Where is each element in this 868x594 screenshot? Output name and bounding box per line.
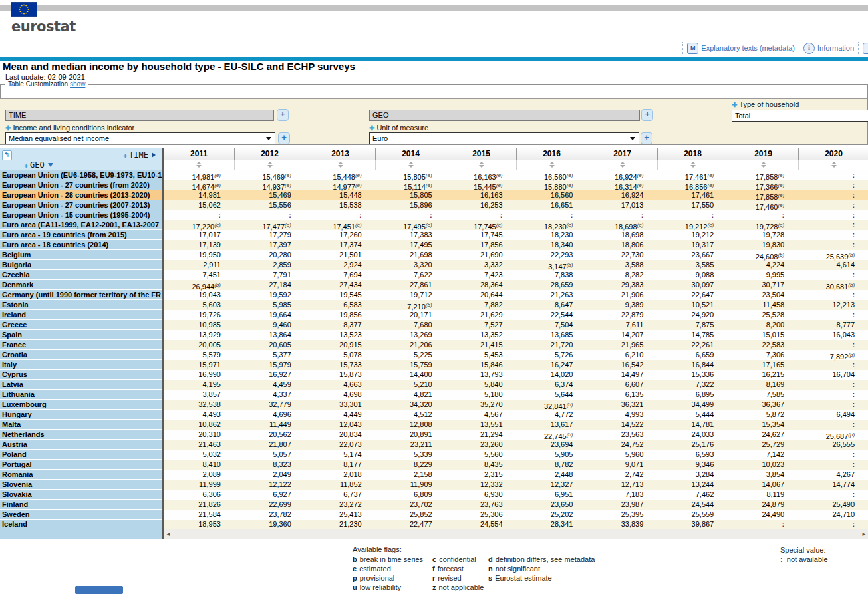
not-available-symbol: : [852,291,855,299]
cell-value: 11,458 [762,301,784,309]
table-cell: 5,726 [516,350,587,360]
table-row: 8,4108,3238,1778,2298,4358,7829,0719,346… [164,460,868,470]
table-cell: 16,560 [516,190,587,200]
sort-up-icon[interactable] [338,162,343,164]
sort-down-icon[interactable] [620,165,625,168]
sort-up-icon[interactable] [831,162,837,164]
table-cell: 17,858(e) [727,190,797,200]
table-cell: 18,698(e) [586,220,656,230]
sort-control[interactable] [657,160,728,170]
cell-value: 15,015 [762,331,785,339]
sort-down-icon[interactable] [831,165,837,168]
flag-annotation: (e) [707,172,714,178]
show-link[interactable]: show [70,80,85,88]
cell-value: 15,469 [269,191,291,199]
table-cell: 8,282 [586,270,656,280]
move-icon[interactable]: ✚ [369,124,374,132]
cell-value: 8,282 [625,271,644,279]
table-cell: : [797,460,868,470]
table-row: 4,4934,6964,4494,5124,5674,7724,9935,444… [164,410,868,420]
geo-axis-header[interactable]: ✚GEO [24,160,53,170]
scroll-left-icon[interactable]: ◄ [166,531,171,537]
unit-add-button[interactable]: + [641,132,652,144]
sort-control[interactable] [164,160,234,170]
sort-control[interactable] [728,160,798,170]
sort-control[interactable] [798,160,868,170]
move-icon[interactable]: ✚ [732,101,737,108]
cell-value: 16,844 [692,361,714,369]
sort-control[interactable] [234,160,305,170]
table-cell: 2,924 [305,260,375,270]
cell-value: 13,685 [551,331,573,339]
sort-up-icon[interactable] [549,162,555,164]
table-cell: 8,777 [797,320,868,330]
indicator-select[interactable]: Median equivalised net income [5,132,275,144]
year-header-row: 2011201220132014201520162017201820192020 [164,148,868,160]
sort-up-icon[interactable] [690,162,696,164]
table-cell: 14,981(e) [164,170,234,180]
sort-control[interactable] [446,160,516,170]
move-icon[interactable]: ✚ [5,124,11,132]
time-axis-header[interactable]: ✚TIME [123,150,156,160]
cell-value: 21,263 [551,291,573,299]
table-cell: 15,971 [164,360,234,370]
cell-value: 17,374 [339,241,362,249]
explanatory-texts-link[interactable]: M Explanatory texts (metadata) [687,43,795,54]
time-dimension-chip[interactable]: TIME [5,110,274,121]
sort-up-icon[interactable] [196,162,202,164]
sort-down-icon[interactable] [549,165,555,168]
sort-control[interactable] [375,160,446,170]
table-cell: 9,460 [234,320,305,330]
table-cell: 20,605 [234,340,305,350]
sort-up-icon[interactable] [408,162,414,164]
sort-control[interactable] [587,160,657,170]
flag-annotation: (e) [778,182,784,188]
table-cell: 6,737 [305,490,375,500]
sort-down-icon[interactable] [761,165,766,168]
sort-down-icon[interactable] [267,165,273,168]
sort-up-icon[interactable] [479,162,484,164]
flag-annotation: (p) [848,352,855,358]
flag-annotation: (e) [426,222,432,228]
sort-up-icon[interactable] [620,162,625,164]
sort-control[interactable] [516,160,587,170]
scroll-right-icon[interactable]: ► [861,531,867,537]
information-link[interactable]: i Information [803,43,854,54]
horizontal-scrollbar[interactable]: ◄ ► [164,529,868,539]
time-add-button[interactable]: + [277,109,289,121]
cell-value: 16,163 [480,191,503,199]
sort-control[interactable] [305,160,375,170]
pivot-icon[interactable]: ↰ [2,150,12,160]
cell-value: 4,493 [202,410,221,418]
cell-value: 23,211 [410,440,432,448]
not-available-symbol: : [218,211,221,219]
cell-value: 4,614 [837,261,855,269]
table-cell: 4,493 [164,410,234,420]
cell-value: 4,772 [555,410,573,418]
sort-up-icon[interactable] [267,162,273,164]
table-cell: 18,230(e) [516,220,587,230]
cutoff-toolbar-icon[interactable] [863,43,868,54]
table-cell: 20,915 [305,340,375,350]
sort-up-icon[interactable] [761,162,766,164]
sort-down-icon[interactable] [690,165,696,168]
flag-legend-item: ulow reliability [353,583,432,592]
table-cell: 21,698 [375,250,446,260]
cell-value: 13,793 [480,371,503,378]
geo-dimension-chip[interactable]: GEO [369,110,640,121]
cell-value: 7,504 [555,321,573,329]
table-cell: 19,043 [164,290,234,300]
sort-down-icon[interactable] [479,165,484,168]
table-cell: : [797,190,868,200]
indicator-add-button[interactable]: + [278,132,290,144]
household-select[interactable]: Total [732,110,868,122]
geo-add-button[interactable]: + [641,109,653,121]
table-cell: 23,694 [516,440,587,450]
table-cell: 20,280 [234,250,305,260]
table-cell: 6,927 [234,490,305,500]
flag-annotation: (e) [426,182,432,188]
sort-down-icon[interactable] [338,165,343,168]
sort-down-icon[interactable] [408,165,414,168]
sort-down-icon[interactable] [196,165,202,168]
unit-select[interactable]: Euro [369,132,639,144]
